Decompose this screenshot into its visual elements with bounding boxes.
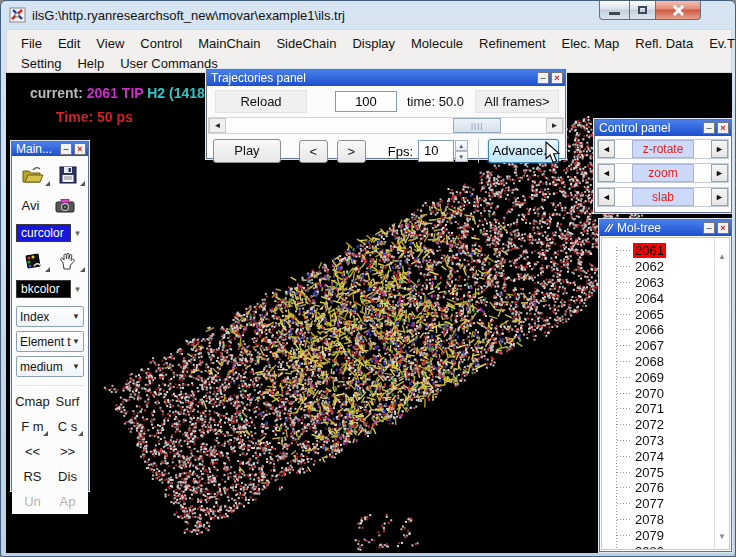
slider-z-rotate-right-arrow[interactable]: ► [711, 140, 728, 158]
menu-item-mainchain[interactable]: MainChain [190, 35, 268, 52]
slider-slab-track[interactable]: slab [615, 188, 711, 206]
slider-z-rotate-left-arrow[interactable]: ◄ [598, 140, 615, 158]
minimize-button[interactable] [599, 1, 629, 20]
moltree-close-button[interactable]: × [717, 222, 729, 234]
scroll-left-arrow[interactable]: ◄ [209, 118, 226, 133]
moltree-scrollbar[interactable]: ▲ ▼ [714, 238, 729, 549]
-button[interactable]: >> [50, 439, 85, 464]
menu-item-molecule[interactable]: Molecule [403, 35, 471, 52]
slider-zoom-left-arrow[interactable]: ◄ [598, 164, 615, 182]
tree-item-2067[interactable]: 2067 [602, 338, 714, 354]
control-titlebar[interactable]: Control panel – × [595, 120, 731, 136]
pan-tool-button[interactable] [55, 250, 81, 272]
scroll-track[interactable]: |||| [226, 118, 546, 133]
curcolor-combo[interactable]: curcolor ▼ [16, 223, 84, 243]
maximize-button[interactable] [629, 1, 656, 20]
menu-item-ev-tree[interactable]: Ev.Tree [701, 35, 736, 52]
menu-item-refl-data[interactable]: Refl. Data [627, 35, 701, 52]
tree-item-2068[interactable]: 2068 [602, 354, 714, 370]
tree-item-2072[interactable]: 2072 [602, 417, 714, 433]
color-palette-button[interactable] [20, 250, 46, 272]
f-m-button[interactable]: F m [15, 414, 50, 439]
curcolor-value[interactable]: curcolor [16, 224, 71, 242]
menu-item-edit[interactable]: Edit [50, 35, 88, 52]
tree-item-2062[interactable]: 2062 [602, 259, 714, 275]
save-button[interactable] [55, 164, 81, 186]
slider-z-rotate-track[interactable]: z-rotate [615, 140, 711, 158]
moltree-titlebar[interactable]: Mol-tree – × [600, 220, 731, 236]
tree-item-2077[interactable]: 2077 [602, 496, 714, 512]
menu-item-view[interactable]: View [88, 35, 132, 52]
menu-item-refinement[interactable]: Refinement [471, 35, 553, 52]
tree-item-2064[interactable]: 2064 [602, 290, 714, 306]
frames-input[interactable]: 100 [335, 91, 397, 112]
combo-element-t[interactable]: Element t▼ [16, 331, 84, 352]
scroll-thumb[interactable]: |||| [453, 118, 501, 133]
bkcolor-value[interactable]: bkcolor [16, 280, 71, 298]
curcolor-dropdown-icon[interactable]: ▼ [71, 229, 84, 238]
step-forward-button[interactable]: > [337, 140, 366, 163]
snapshot-button[interactable] [52, 194, 78, 216]
tree-item-2063[interactable]: 2063 [602, 275, 714, 291]
slider-zoom-right-arrow[interactable]: ► [711, 164, 728, 182]
menu-item-help[interactable]: Help [69, 55, 112, 72]
tree-item-2079[interactable]: 2079 [602, 527, 714, 543]
avi-button[interactable]: Avi [22, 198, 40, 213]
slider-slab-left-arrow[interactable]: ◄ [598, 188, 615, 206]
frame-scrollbar[interactable]: ◄ |||| ► [208, 117, 564, 134]
control-minimize-button[interactable]: – [703, 122, 715, 134]
tree-item-2061[interactable]: 2061 [602, 243, 714, 259]
tree-item-2075[interactable]: 2075 [602, 464, 714, 480]
tree-item-2065[interactable]: 2065 [602, 306, 714, 322]
menu-item-file[interactable]: File [13, 35, 50, 52]
combo-element-t-dropdown-icon[interactable]: ▼ [72, 337, 80, 346]
tree-scroll-down-arrow[interactable]: ▼ [715, 532, 729, 541]
combo-index-dropdown-icon[interactable]: ▼ [72, 312, 80, 321]
slider-slab-label[interactable]: slab [632, 188, 694, 206]
trajectories-close-button[interactable]: × [551, 72, 563, 84]
main-close-button[interactable]: × [74, 143, 86, 155]
dis-button[interactable]: Dis [50, 464, 85, 489]
tree-item-2080[interactable]: 2080 [602, 543, 714, 550]
slider-slab-right-arrow[interactable]: ► [711, 188, 728, 206]
reload-button[interactable]: Reload [215, 90, 307, 113]
menu-item-setting[interactable]: Setting [13, 55, 69, 72]
fps-input[interactable]: 10 [418, 140, 454, 162]
fps-up-arrow[interactable]: ▲ [455, 140, 468, 151]
tree-item-2073[interactable]: 2073 [602, 433, 714, 449]
scroll-right-arrow[interactable]: ► [546, 118, 563, 133]
tree-item-2076[interactable]: 2076 [602, 480, 714, 496]
open-file-button[interactable] [20, 164, 46, 186]
combo-index[interactable]: Index▼ [16, 306, 84, 327]
tree-item-2074[interactable]: 2074 [602, 448, 714, 464]
all-frames-button[interactable]: All frames> [475, 90, 559, 113]
tree-item-2069[interactable]: 2069 [602, 369, 714, 385]
moltree-minimize-button[interactable]: – [703, 222, 715, 234]
close-button[interactable] [656, 1, 701, 20]
combo-medium-dropdown-icon[interactable]: ▼ [72, 362, 80, 371]
tree-scroll-up-arrow[interactable]: ▲ [715, 252, 729, 261]
c-s-button[interactable]: C s [50, 414, 85, 439]
tree-item-2078[interactable]: 2078 [602, 512, 714, 528]
fps-down-arrow[interactable]: ▼ [455, 151, 468, 162]
trajectories-titlebar[interactable]: Trajectories panel – × [207, 70, 565, 86]
trajectories-minimize-button[interactable]: – [537, 72, 549, 84]
slider-zoom-track[interactable]: zoom [615, 164, 711, 182]
tree-item-2071[interactable]: 2071 [602, 401, 714, 417]
slider-zoom-label[interactable]: zoom [632, 164, 694, 182]
-button[interactable]: << [15, 439, 50, 464]
menu-item-display[interactable]: Display [344, 35, 403, 52]
menu-item-sidechain[interactable]: SideChain [268, 35, 344, 52]
bkcolor-combo[interactable]: bkcolor ▼ [16, 279, 84, 299]
main-titlebar[interactable]: Main... – × [12, 142, 88, 156]
bkcolor-dropdown-icon[interactable]: ▼ [71, 285, 84, 294]
rs-button[interactable]: RS [15, 464, 50, 489]
cmap-button[interactable]: Cmap [15, 389, 50, 414]
combo-medium[interactable]: medium▼ [16, 356, 84, 377]
slider-z-rotate-label[interactable]: z-rotate [632, 140, 694, 158]
main-minimize-button[interactable]: – [60, 143, 72, 155]
control-close-button[interactable]: × [717, 122, 729, 134]
tree-item-2066[interactable]: 2066 [602, 322, 714, 338]
titlebar[interactable]: ilsG:\http.ryanresearchsoft_new\movar\ex… [1, 1, 735, 29]
menu-item-control[interactable]: Control [132, 35, 190, 52]
